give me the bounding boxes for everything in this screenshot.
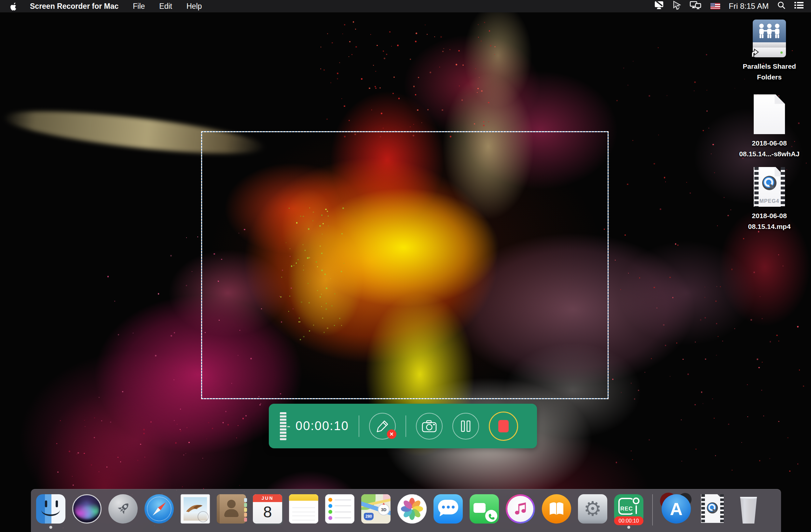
dock-separator <box>652 494 653 526</box>
dock-item-contacts[interactable] <box>217 494 246 523</box>
itunes-icon <box>506 494 535 523</box>
desktop-icon-parallels-shared-folders[interactable]: Parallels Shared Folders <box>734 19 805 82</box>
dock: JUN 8 280 3D <box>31 489 781 532</box>
maps-route-shield: 280 <box>364 513 373 520</box>
menu-bar-clock[interactable]: Fri 8:15 AM <box>729 2 769 11</box>
finder-icon <box>36 494 65 523</box>
dock-item-maps[interactable]: 280 3D <box>361 494 391 523</box>
dock-item-messages[interactable] <box>433 494 463 523</box>
desktop-icon-label: 2018-06-08 08.15.14.mp4 <box>735 211 804 232</box>
pencil-icon <box>375 419 389 434</box>
dock-item-facetime[interactable] <box>470 494 499 523</box>
notification-list-icon[interactable] <box>794 1 804 11</box>
dock-item-photos[interactable] <box>397 494 427 523</box>
photos-icon <box>397 494 427 523</box>
mpeg4-badge: MPEG4 <box>759 198 779 204</box>
system-preferences-icon: ⚙ <box>578 494 607 523</box>
parallels-display-icon[interactable] <box>654 1 664 12</box>
dock-item-quicktime-file[interactable] <box>698 494 727 523</box>
pause-icon <box>460 420 471 432</box>
stop-icon <box>498 420 509 432</box>
contacts-icon <box>217 494 246 523</box>
recorder-toolbar: 00:00:10 × <box>269 404 537 448</box>
us-flag-icon[interactable] <box>710 3 720 10</box>
shared-people-glyph <box>755 22 783 40</box>
desktop-icon-screenshot-document[interactable]: 2018-06-08 08.15.14...-s8whAJ <box>734 94 805 159</box>
dual-display-icon[interactable] <box>690 1 702 12</box>
app-store-icon: A <box>662 494 691 523</box>
annotate-disabled-badge: × <box>387 429 396 439</box>
mpeg4-file-icon: MPEG4 <box>754 167 785 207</box>
pause-button[interactable] <box>453 413 479 440</box>
toolbar-divider <box>358 415 359 437</box>
rec-label: REC <box>620 506 633 512</box>
quicktime-file-icon <box>701 494 724 523</box>
document-icon <box>754 94 785 134</box>
app-store-letter: A <box>670 499 683 519</box>
dock-item-safari[interactable] <box>144 494 174 523</box>
calendar-month: JUN <box>253 494 282 502</box>
calendar-icon: JUN 8 <box>253 494 282 523</box>
desktop-icon-label: 2018-06-08 08.15.14...-s8whAJ <box>735 138 804 159</box>
dock-item-trash[interactable] <box>734 494 763 523</box>
facetime-icon <box>470 494 499 523</box>
audio-level-meter <box>280 412 286 440</box>
dock-item-screen-recorder[interactable]: REC 00:00:10 <box>614 494 643 523</box>
dock-item-reminders[interactable] <box>325 494 354 523</box>
app-menu-title[interactable]: Screen Recorder for Mac <box>30 2 119 11</box>
dock-item-ibooks[interactable] <box>542 494 571 523</box>
dock-item-finder[interactable] <box>36 494 65 523</box>
dock-item-mail[interactable] <box>181 494 210 523</box>
annotate-button[interactable]: × <box>369 413 396 440</box>
screen-recorder-icon: REC 00:00:10 <box>614 494 643 523</box>
dock-item-notes[interactable] <box>289 494 318 523</box>
rec-timer-badge: 00:00:10 <box>614 516 643 525</box>
menu-help[interactable]: Help <box>186 2 202 11</box>
safari-icon <box>144 494 174 523</box>
running-indicator <box>627 526 630 529</box>
maps-icon: 280 3D <box>361 494 391 523</box>
spotlight-search-icon[interactable] <box>777 1 786 11</box>
screenshot-button[interactable] <box>416 413 443 440</box>
dock-item-app-store[interactable]: A <box>662 494 691 523</box>
recording-timer: 00:00:10 <box>295 419 349 433</box>
running-indicator <box>49 526 52 529</box>
capture-selection-region[interactable] <box>201 131 609 399</box>
network-drive-icon <box>753 19 786 57</box>
menu-file[interactable]: File <box>133 2 145 11</box>
trash-icon <box>739 497 758 523</box>
stop-button[interactable] <box>489 412 518 441</box>
desktop-screen: Screen Recorder for Mac File Edit Help F… <box>0 0 811 532</box>
notes-icon <box>289 494 318 523</box>
apple-menu-icon[interactable] <box>10 1 18 11</box>
dock-item-system-preferences[interactable]: ⚙ <box>578 494 607 523</box>
drive-led <box>780 51 783 54</box>
desktop-icon-label: Parallels Shared Folders <box>735 61 804 82</box>
mail-icon <box>181 494 210 523</box>
toolbar-divider <box>406 415 406 437</box>
calendar-day: 8 <box>253 502 282 522</box>
alias-arrow-badge <box>750 48 760 59</box>
dock-item-siri[interactable] <box>72 494 102 523</box>
siri-icon <box>72 494 102 523</box>
menu-bar: Screen Recorder for Mac File Edit Help F… <box>0 0 811 12</box>
dock-item-calendar[interactable]: JUN 8 <box>253 494 282 523</box>
desktop-icon-recording-video[interactable]: MPEG4 2018-06-08 08.15.14.mp4 <box>734 167 805 232</box>
ibooks-icon <box>542 494 571 523</box>
reminders-icon <box>325 494 354 523</box>
menu-edit[interactable]: Edit <box>159 2 172 11</box>
dock-item-itunes[interactable] <box>506 494 535 523</box>
quicktime-q-logo <box>761 174 778 193</box>
messages-icon <box>433 494 463 523</box>
camera-icon <box>422 420 437 433</box>
maps-3d-dial: 3D <box>378 504 389 515</box>
launchpad-icon <box>108 494 138 523</box>
dock-item-launchpad[interactable] <box>108 494 138 523</box>
pointer-icon[interactable] <box>673 1 681 12</box>
